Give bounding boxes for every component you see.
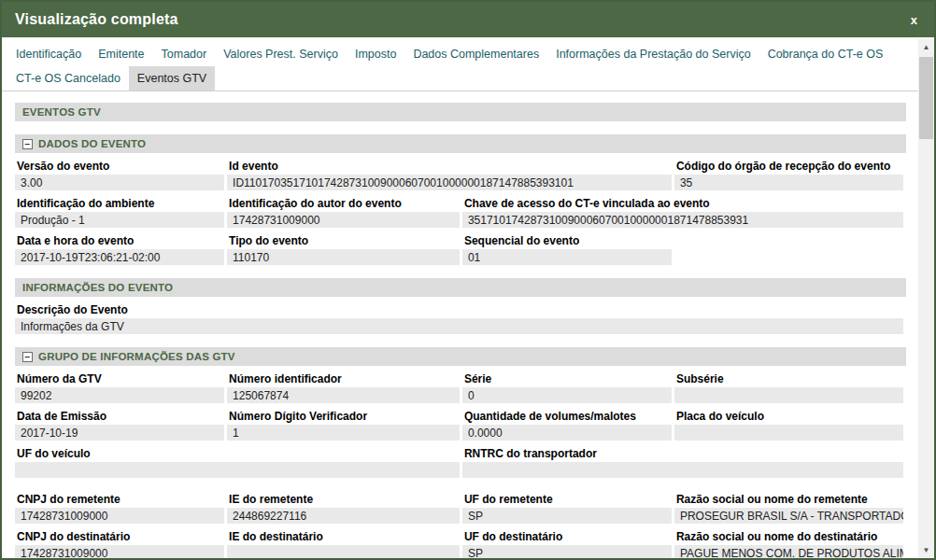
section-title: INFORMAÇÕES DO EVENTO [22, 282, 173, 293]
tab-informacoes-da-prestacao-do-servico[interactable]: Informações da Prestação do Serviço [547, 42, 759, 66]
scroll-down-icon[interactable]: ▼ [918, 542, 934, 558]
field-label-numero-digito-verificador: Número Dígito Verificador [227, 408, 462, 425]
field-value-quantidade-de-volumes-malotes: 0.0000 [462, 425, 672, 441]
field-value-row: 2017-10-1910.0000 [15, 425, 906, 441]
field-label-row: CNPJ do destinatárioIE do destinatárioUF… [15, 528, 906, 545]
field-value-codigo-do-orgao-de-recepcao-do-evento: 35 [674, 175, 903, 190]
field-label-row: Data de EmissãoNúmero Dígito Verificador… [15, 408, 906, 425]
field-label-serie: Série [462, 371, 674, 387]
field-label-razao-social-ou-nome-do-remetente: Razão social ou nome do remetente [674, 491, 906, 508]
field-label-ie-do-remetente: IE do remetente [227, 491, 462, 508]
field-label-identificacao-do-ambiente: Identificação do ambiente [15, 195, 227, 212]
field-label-numero-identificador: Número identificador [227, 371, 462, 387]
section-title: GRUPO DE INFORMAÇÕES DAS GTV [38, 351, 235, 362]
field-value-versao-do-evento: 3.00 [15, 175, 224, 190]
field-value-numero-da-gtv: 99202 [15, 387, 224, 403]
tab-emitente[interactable]: Emitente [90, 42, 152, 66]
vertical-scrollbar[interactable]: ▲ ▼ [918, 39, 934, 558]
field-label-row: Identificação do ambienteIdentificação d… [15, 195, 906, 212]
field-value-id-evento: ID11017035171017428731009000607001000000… [227, 175, 672, 190]
field-label-row: UF do veículoRNTRC do transportador [15, 445, 906, 462]
field-label-data-de-emissao: Data de Emissão [15, 408, 227, 425]
field-label-sequencial-do-evento: Sequencial do evento [462, 232, 674, 249]
field-value-row: 2017-10-19T23:06:21-02:0011017001 [15, 249, 906, 265]
field-label-uf-do-destinatario: UF do destinatário [462, 528, 674, 545]
field-label-row: Data e hora do eventoTipo do eventoSeque… [15, 232, 906, 249]
field-label-cnpj-do-remetente: CNPJ do remetente [15, 491, 227, 508]
field-label-row: Descrição do Evento [15, 301, 906, 318]
field-value-serie: 0 [462, 387, 672, 403]
scroll-up-icon[interactable]: ▲ [918, 39, 934, 55]
field-label-chave-de-acesso-do-ct-e-vinculada-ao-evento: Chave de acesso do CT-e vinculada ao eve… [462, 195, 906, 212]
field-value-razao-social-ou-nome-do-destinatario: PAGUE MENOS COM. DE PRODUTOS ALIMENT [674, 545, 903, 560]
section-title: DADOS DO EVENTO [38, 138, 146, 149]
field-value-tipo-do-evento: 110170 [227, 249, 460, 265]
tab-cobranca-do-ct-e-os[interactable]: Cobrança do CT-e OS [759, 42, 892, 66]
field-label-uf-do-remetente: UF do remetente [462, 491, 674, 508]
field-value-cnpj-do-destinatario: 17428731009000 [15, 545, 224, 560]
field-value-row [15, 462, 906, 478]
field-value-numero-identificador: 125067874 [227, 387, 460, 403]
tab-tomador[interactable]: Tomador [153, 42, 216, 66]
tab-valores-prest-servico[interactable]: Valores Prest. Serviço [215, 42, 347, 66]
collapse-minus-icon[interactable]: − [22, 139, 33, 149]
modal-content: EVENTOS GTV−DADOS DO EVENTOVersão do eve… [2, 91, 921, 560]
field-value-chave-de-acesso-do-ct-e-vinculada-ao-evento: 3517101742873100900060700100000018714788… [462, 212, 903, 228]
field-label-rntrc-do-transportador: RNTRC do transportador [462, 445, 906, 462]
modal-title: Visualização completa [15, 11, 907, 28]
field-value-data-de-emissao: 2017-10-19 [15, 425, 224, 441]
field-value-row: 992021250678740 [15, 387, 906, 403]
field-label-cnpj-do-destinatario: CNPJ do destinatário [15, 528, 227, 545]
field-value-cnpj-do-remetente: 17428731009000 [15, 508, 224, 524]
field-value-row: Produção - 11742873100900035171017428731… [15, 212, 906, 228]
field-label-subserie: Subsérie [674, 371, 906, 387]
field-value-placa-do-veiculo [674, 425, 903, 441]
field-value-row: 3.00ID1101703517101742873100900060700100… [15, 175, 906, 190]
modal-header: Visualização completa x [2, 2, 934, 37]
field-label-tipo-do-evento: Tipo do evento [227, 232, 462, 249]
field-label-uf-do-veiculo: UF do veículo [15, 445, 462, 462]
field-label-versao-do-evento: Versão do evento [15, 158, 227, 175]
field-value-uf-do-veiculo [15, 462, 460, 478]
field-label-identificacao-do-autor-do-evento: Identificação do autor do evento [227, 195, 462, 212]
section-header-dados-do-evento[interactable]: −DADOS DO EVENTO [15, 134, 906, 153]
field-label-row: CNPJ do remetenteIE do remetenteUF do re… [15, 491, 906, 508]
collapse-minus-icon[interactable]: − [22, 352, 33, 362]
field-value-uf-do-remetente: SP [462, 508, 672, 524]
field-label-razao-social-ou-nome-do-destinatario: Razão social ou nome do destinatário [674, 528, 906, 545]
tab-dados-complementares[interactable]: Dados Complementares [404, 42, 547, 66]
field-value-row: Informações da GTV [15, 318, 906, 334]
field-value-data-e-hora-do-evento: 2017-10-19T23:06:21-02:00 [15, 249, 224, 265]
field-value-ie-do-destinatario [227, 545, 460, 560]
section-header-eventos-gtv: EVENTOS GTV [15, 103, 906, 121]
field-label-ie-do-destinatario: IE do destinatário [227, 528, 462, 545]
field-label-descricao-do-evento: Descrição do Evento [15, 301, 906, 318]
field-value-ie-do-remetente: 244869227116 [227, 508, 460, 524]
field-label-codigo-do-orgao-de-recepcao-do-evento: Código do órgão de recepção do evento [674, 158, 906, 175]
modal-window: Visualização completa x IdentificaçãoEmi… [0, 0, 936, 560]
tab-ct-e-os-cancelado[interactable]: CT-e OS Cancelado [7, 66, 129, 91]
section-header-grupo-de-informacoes-das-gtv[interactable]: −GRUPO DE INFORMAÇÕES DAS GTV [15, 347, 906, 366]
field-value-identificacao-do-ambiente: Produção - 1 [15, 212, 224, 228]
field-value-uf-do-destinatario: SP [462, 545, 672, 560]
tab-imposto[interactable]: Imposto [347, 42, 404, 66]
tab-eventos-gtv[interactable]: Eventos GTV [129, 66, 215, 91]
field-value-descricao-do-evento: Informações da GTV [15, 318, 903, 334]
field-value-sequencial-do-evento: 01 [462, 249, 672, 265]
field-value-row: 17428731009000244869227116SPPROSEGUR BRA… [15, 508, 906, 524]
close-icon[interactable]: x [907, 13, 921, 27]
tab-row-2: CT-e OS CanceladoEventos GTV [7, 66, 914, 91]
field-label-row: Número da GTVNúmero identificadorSérieSu… [15, 371, 906, 387]
field-value-row: 17428731009000SPPAGUE MENOS COM. DE PROD… [15, 545, 906, 560]
field-value-numero-digito-verificador: 1 [227, 425, 460, 441]
field-value-identificacao-do-autor-do-evento: 17428731009000 [227, 212, 460, 228]
scroll-thumb[interactable] [919, 57, 933, 139]
field-value-subserie [674, 387, 903, 403]
field-value-razao-social-ou-nome-do-remetente: PROSEGUR BRASIL S/A - TRANSPORTADORA D [674, 508, 903, 524]
tab-identificacao[interactable]: Identificação [7, 42, 90, 66]
field-label-row: Versão do eventoId eventoCódigo do órgão… [15, 158, 906, 175]
field-label-quantidade-de-volumes-malotes: Quantidade de volumes/malotes [462, 408, 674, 425]
field-label-id-evento: Id evento [227, 158, 674, 175]
section-header-informacoes-do-evento: INFORMAÇÕES DO EVENTO [15, 278, 906, 297]
field-value-rntrc-do-transportador [462, 462, 903, 478]
